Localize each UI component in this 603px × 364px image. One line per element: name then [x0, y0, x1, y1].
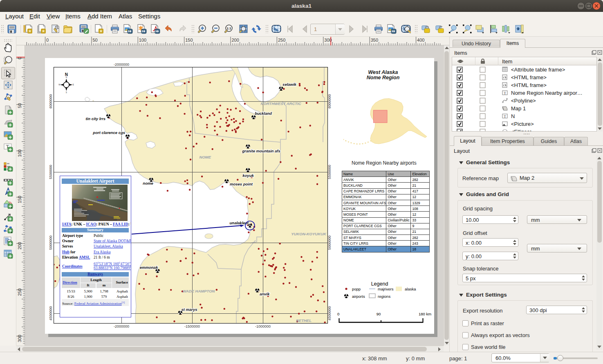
svg-text:YUKON-KOYUKUK: YUKON-KOYUKUK [291, 232, 327, 236]
svg-text:T: T [504, 114, 506, 118]
svg-text:100: 100 [139, 38, 146, 42]
svg-text:Nome Region: Nome Region [367, 75, 400, 80]
svg-text:400: 400 [417, 38, 424, 42]
svg-text:granite mountain afs: granite mountain afs [242, 149, 280, 153]
svg-text:buckland: buckland [255, 111, 272, 116]
svg-text:popp: popp [352, 287, 361, 291]
svg-text:4500000: 4500000 [49, 306, 53, 320]
svg-text:150: 150 [17, 196, 22, 203]
svg-text:150: 150 [185, 38, 193, 42]
svg-text:NOME: NOME [200, 155, 211, 159]
svg-text:6000000: 6000000 [327, 94, 332, 108]
svg-text:200: 200 [17, 242, 22, 250]
svg-text:50: 50 [92, 38, 97, 42]
svg-text:majrivers: majrivers [378, 287, 394, 291]
svg-text:E: E [73, 84, 74, 86]
svg-text:180 km: 180 km [419, 312, 431, 316]
svg-text:90: 90 [377, 312, 381, 316]
svg-text:N: N [65, 72, 68, 77]
svg-text:regions: regions [378, 294, 390, 299]
svg-text:West Alaska: West Alaska [368, 69, 398, 75]
svg-text:5000000: 5000000 [49, 235, 53, 250]
svg-text:250: 250 [17, 288, 22, 296]
svg-text:6000000: 6000000 [49, 94, 53, 108]
svg-text:1:1: 1:1 [226, 27, 231, 30]
svg-text:koyuk: koyuk [242, 173, 254, 178]
svg-text:350: 350 [371, 38, 378, 42]
svg-text:50: 50 [17, 103, 22, 108]
svg-text:-1500000: -1500000 [184, 324, 200, 328]
svg-text:tin city lrrs: tin city lrrs [85, 116, 105, 121]
svg-text:300: 300 [17, 335, 22, 342]
svg-text:WADE HAMPTON: WADE HAMPTON [182, 289, 215, 293]
svg-text:4500000: 4500000 [327, 306, 332, 320]
svg-text:alaska: alaska [405, 287, 416, 291]
svg-text:-2000000: -2000000 [114, 63, 129, 67]
svg-text:5000000: 5000000 [327, 235, 332, 250]
svg-text:0: 0 [46, 38, 49, 42]
svg-text:st marys: st marys [181, 307, 197, 312]
svg-text:NORTHWEST ARCTIC: NORTHWEST ARCTIC [260, 101, 301, 106]
svg-text:0: 0 [337, 312, 339, 316]
svg-text:S: S [66, 92, 67, 94]
svg-text:nome: nome [143, 181, 153, 185]
svg-text:moses point: moses point [230, 182, 253, 186]
svg-text:Nome Region Nearby airports: Nome Region Nearby airports [352, 160, 417, 166]
svg-text:selawik: selawik [282, 82, 297, 87]
svg-text:T: T [504, 91, 506, 95]
svg-text:200: 200 [232, 38, 239, 42]
svg-text:BETHEL: BETHEL [296, 318, 312, 323]
svg-text:250: 250 [278, 38, 285, 42]
svg-text:-1000000: -1000000 [255, 324, 271, 328]
svg-text:emmonak: emmonak [140, 265, 158, 270]
svg-text:100: 100 [17, 150, 22, 157]
svg-text:5500000: 5500000 [49, 165, 53, 179]
svg-text:anvik: anvik [260, 292, 270, 296]
svg-text:airports: airports [352, 294, 365, 299]
svg-text:5500000: 5500000 [327, 165, 332, 179]
svg-text:port clarence cgs: port clarence cgs [92, 130, 125, 135]
svg-text:-2000000: -2000000 [114, 324, 129, 328]
